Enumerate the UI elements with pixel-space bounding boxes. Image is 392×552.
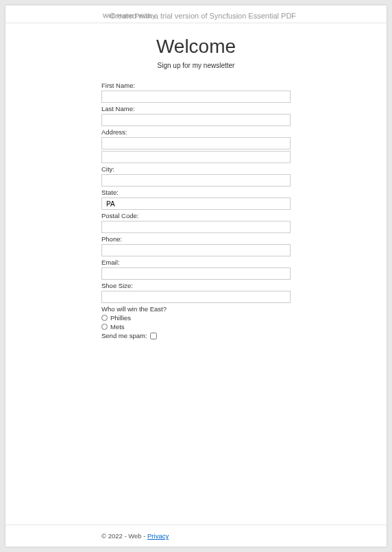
spam-checkbox[interactable]	[150, 333, 157, 339]
postal-label: Postal Code:	[101, 212, 291, 219]
phone-input[interactable]	[101, 244, 291, 256]
address-input-1[interactable]	[101, 137, 291, 149]
postal-input[interactable]	[101, 221, 291, 233]
page-subtitle: Sign up for my newsletter	[101, 62, 291, 69]
page-header: Web Home Privacy Created with a trial ve…	[5, 5, 387, 23]
radio-row-phillies: Phillies	[101, 314, 291, 322]
footer-copyright: © 2022 - Web -	[101, 532, 147, 540]
radio-row-mets: Mets	[101, 323, 291, 331]
first-name-label: First Name:	[101, 82, 291, 89]
radio-phillies[interactable]	[101, 315, 108, 321]
phone-label: Phone:	[101, 235, 291, 243]
main-content: Welcome Sign up for my newsletter First …	[5, 23, 387, 525]
city-input[interactable]	[101, 174, 291, 187]
shoe-size-label: Shoe Size:	[101, 282, 291, 289]
radio-mets[interactable]	[101, 324, 108, 330]
privacy-link[interactable]: Privacy	[147, 532, 169, 540]
radio-mets-label: Mets	[110, 323, 125, 331]
spam-label: Send me spam:	[101, 332, 147, 339]
state-input[interactable]	[101, 197, 291, 210]
shoe-size-input[interactable]	[101, 291, 291, 303]
last-name-input[interactable]	[101, 114, 291, 126]
last-name-label: Last Name:	[101, 105, 291, 112]
spam-row: Send me spam:	[101, 332, 291, 339]
east-question-label: Who will win the East?	[101, 305, 291, 313]
page-footer: © 2022 - Web - Privacy	[5, 525, 387, 547]
first-name-input[interactable]	[101, 91, 291, 103]
city-label: City:	[101, 165, 291, 173]
pdf-watermark: Created with a trial version of Syncfusi…	[110, 12, 296, 20]
page-container: Web Home Privacy Created with a trial ve…	[5, 5, 387, 547]
page-title: Welcome	[101, 36, 291, 58]
email-label: Email:	[101, 259, 291, 266]
address-label: Address:	[101, 128, 291, 136]
radio-phillies-label: Phillies	[110, 314, 131, 322]
email-input[interactable]	[101, 267, 291, 280]
state-label: State:	[101, 189, 291, 196]
address-input-2[interactable]	[101, 151, 291, 163]
